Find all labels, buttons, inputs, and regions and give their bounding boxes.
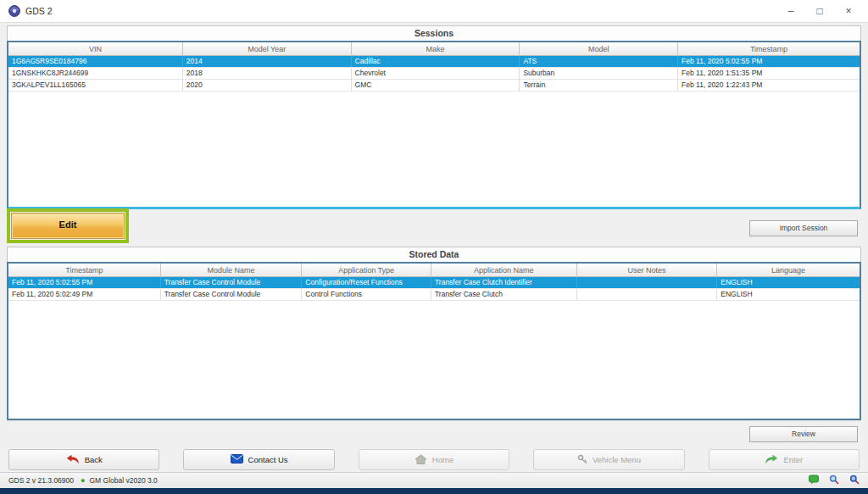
bottom-navigation: Back Contact Us Home Vehicle Menu: [7, 447, 861, 472]
back-icon: [66, 454, 80, 466]
cell-language: ENGLISH: [717, 277, 860, 288]
zoom-out-icon[interactable]: [829, 475, 839, 486]
cell-make: Chevrolet: [352, 68, 520, 79]
gds2-window: GDS 2 – □ × Sessions VIN Model Year Make…: [0, 0, 868, 494]
cell-make: Cadillac: [352, 56, 520, 67]
column-header-vin[interactable]: VIN: [8, 42, 183, 56]
column-header-application-type[interactable]: Application Type: [302, 264, 431, 277]
bottom-navy-strip: [0, 488, 868, 494]
cell-application-name: Transfer Case Clutch Identifier: [431, 277, 577, 288]
app-icon: [8, 5, 20, 17]
cell-module-name: Transfer Case Control Module: [161, 289, 303, 300]
cell-model: Terrain: [520, 80, 678, 91]
cell-model: ATS: [520, 56, 678, 67]
stored-data-table: Timestamp Module Name Application Type A…: [7, 262, 861, 420]
back-label: Back: [85, 455, 103, 464]
status-green-dot: ●: [81, 476, 85, 485]
column-header-application-name[interactable]: Application Name: [431, 264, 577, 277]
column-header-model-year[interactable]: Model Year: [183, 42, 352, 56]
stored-data-panel-title: Stored Data: [7, 247, 861, 262]
maximize-button[interactable]: □: [805, 1, 834, 21]
cell-user-notes: [577, 277, 718, 288]
vehicle-menu-button[interactable]: Vehicle Menu: [533, 449, 684, 470]
cell-application-type: Control Functions: [302, 289, 431, 300]
title-bar: GDS 2 – □ ×: [0, 0, 868, 23]
app-version-text: GDS 2 v 21.3.06900: [8, 476, 74, 485]
column-header-module-name[interactable]: Module Name: [161, 264, 303, 277]
global-version-text: GM Global v2020 3.0: [89, 476, 157, 485]
vehicle-menu-key-icon: [577, 454, 587, 466]
column-header-make[interactable]: Make: [352, 42, 520, 56]
window-title: GDS 2: [25, 6, 53, 16]
edit-button[interactable]: Edit: [11, 213, 125, 239]
cell-model-year: 2020: [183, 80, 352, 91]
column-header-timestamp[interactable]: Timestamp: [678, 42, 860, 56]
column-header-user-notes[interactable]: User Notes: [577, 264, 718, 277]
stored-data-row-selected[interactable]: Feb 11, 2020 5:02:55 PM Transfer Case Co…: [8, 277, 860, 289]
contact-us-label: Contact Us: [248, 455, 288, 464]
cell-model: Suburban: [520, 68, 678, 79]
cell-timestamp: Feb 11, 2020 5:02:55 PM: [678, 56, 860, 67]
sessions-header-row: VIN Model Year Make Model Timestamp: [8, 42, 860, 56]
cell-application-name: Transfer Case Clutch: [431, 289, 577, 300]
enter-label: Enter: [783, 455, 803, 464]
cell-timestamp: Feb 11, 2020 1:22:43 PM: [678, 80, 860, 91]
sessions-table: VIN Model Year Make Model Timestamp 1G6A…: [7, 41, 861, 209]
stored-data-header-row: Timestamp Module Name Application Type A…: [8, 264, 860, 277]
cell-application-type: Configuration/Reset Functions: [302, 277, 431, 288]
cell-vin: 3GKALPEV1LL165065: [8, 80, 183, 91]
stored-data-actions-row: Review: [7, 420, 861, 447]
enter-icon: [765, 454, 778, 466]
home-button[interactable]: Home: [359, 449, 509, 470]
envelope-icon: [231, 454, 243, 465]
cell-user-notes: [577, 289, 718, 300]
minimize-button[interactable]: –: [776, 1, 805, 21]
enter-button[interactable]: Enter: [709, 449, 860, 470]
import-session-button[interactable]: Import Session: [749, 220, 858, 236]
review-button[interactable]: Review: [749, 426, 858, 442]
home-icon: [415, 454, 427, 466]
session-row[interactable]: 1GNSKHKC8JR244699 2018 Chevrolet Suburba…: [8, 68, 860, 80]
column-header-timestamp[interactable]: Timestamp: [8, 264, 161, 277]
session-row-selected[interactable]: 1G6AG5R9SE0184796 2014 Cadillac ATS Feb …: [8, 56, 860, 68]
cell-module-name: Transfer Case Control Module: [161, 277, 303, 288]
cell-timestamp: Feb 11, 2020 1:51:35 PM: [678, 68, 860, 79]
cell-model-year: 2014: [183, 56, 352, 67]
sessions-panel-title: Sessions: [7, 25, 861, 41]
cell-vin: 1G6AG5R9SE0184796: [8, 56, 183, 67]
cell-language: ENGLISH: [717, 289, 860, 300]
column-header-language[interactable]: Language: [717, 264, 860, 277]
column-header-model[interactable]: Model: [520, 42, 678, 56]
vehicle-menu-label: Vehicle Menu: [593, 455, 641, 464]
sessions-actions-row: Edit Import Session: [7, 209, 861, 247]
cell-timestamp: Feb 11, 2020 5:02:49 PM: [8, 289, 161, 300]
status-bar: GDS 2 v 21.3.06900 ● GM Global v2020 3.0: [0, 472, 868, 488]
cell-make: GMC: [352, 80, 520, 91]
zoom-in-icon[interactable]: [849, 475, 860, 486]
highlight-annotation-box: Edit: [7, 208, 129, 243]
back-button[interactable]: Back: [8, 449, 159, 470]
home-label: Home: [432, 455, 453, 464]
stored-data-row[interactable]: Feb 11, 2020 5:02:49 PM Transfer Case Co…: [8, 289, 860, 301]
cell-vin: 1GNSKHKC8JR244699: [8, 68, 183, 79]
cell-timestamp: Feb 11, 2020 5:02:55 PM: [8, 277, 161, 288]
contact-us-button[interactable]: Contact Us: [183, 449, 334, 470]
main-content: Sessions VIN Model Year Make Model Times…: [0, 23, 868, 472]
close-button[interactable]: ×: [834, 1, 863, 21]
cell-model-year: 2018: [183, 68, 352, 79]
session-row[interactable]: 3GKALPEV1LL165065 2020 GMC Terrain Feb 1…: [8, 80, 860, 92]
feedback-icon[interactable]: [809, 475, 819, 486]
